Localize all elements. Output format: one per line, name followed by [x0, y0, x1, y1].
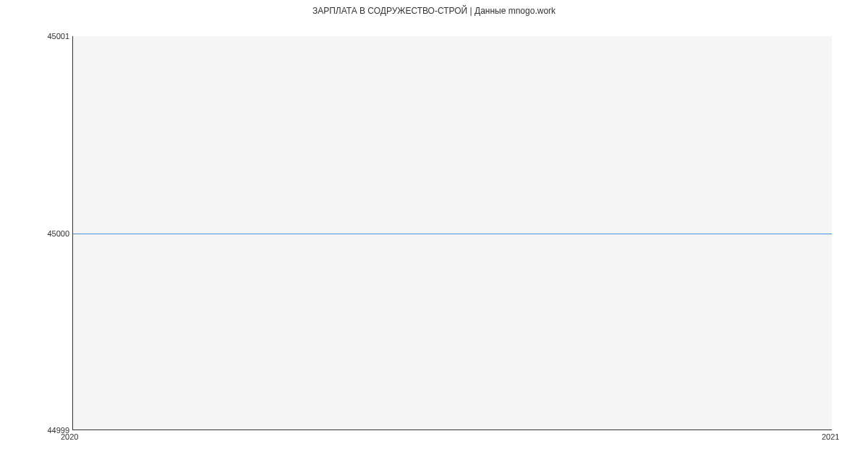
data-line: [73, 234, 832, 234]
y-tick-top: 45001: [47, 32, 69, 40]
x-tick-start: 2020: [61, 432, 78, 441]
plot-area: [72, 36, 832, 430]
x-tick-end: 2021: [822, 432, 839, 441]
chart-title: ЗАРПЛАТА В СОДРУЖЕСТВО-СТРОЙ | Данные mn…: [0, 6, 868, 16]
y-tick-mid: 45000: [47, 229, 69, 238]
